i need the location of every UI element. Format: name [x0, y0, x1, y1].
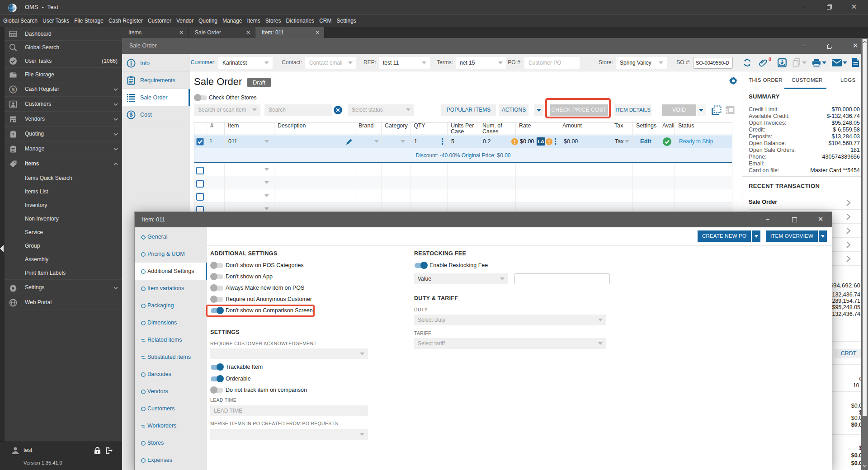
svg-text:?: ?	[12, 132, 14, 137]
svg-text:$: $	[130, 112, 133, 118]
svg-text:$: $	[12, 87, 14, 92]
